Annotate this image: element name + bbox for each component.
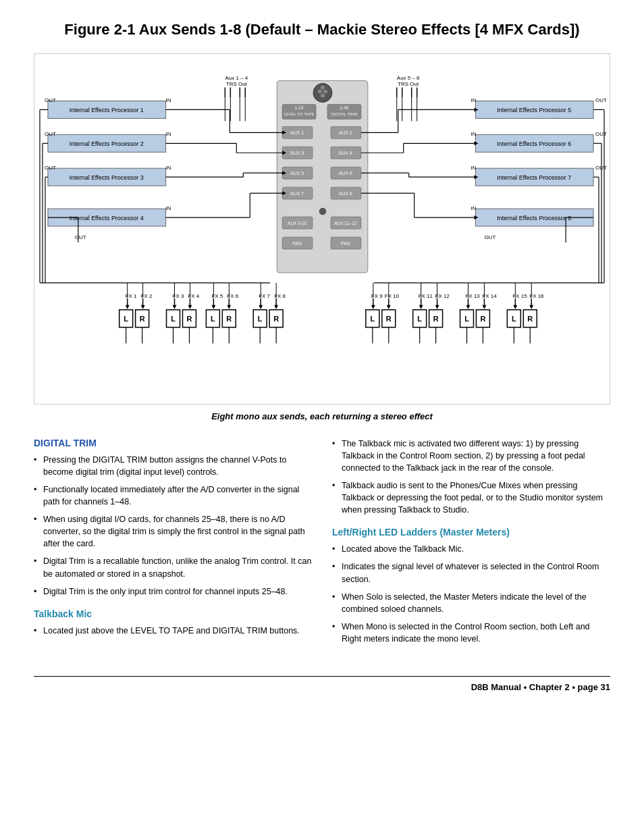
talkback-mic-heading: Talkback Mic (34, 608, 312, 619)
lr-led-heading: Left/Right LED Ladders (Master Meters) (332, 527, 610, 538)
list-item: When using digital I/O cards, for channe… (34, 513, 312, 550)
svg-text:PAN: PAN (341, 241, 350, 246)
svg-text:OUT: OUT (45, 165, 56, 171)
svg-text:IN: IN (471, 165, 476, 171)
svg-text:OUT: OUT (484, 234, 495, 240)
svg-marker-146 (211, 305, 215, 309)
svg-text:FX 13: FX 13 (466, 292, 481, 298)
svg-text:OUT: OUT (75, 234, 86, 240)
svg-text:Internal Effects Processor 2: Internal Effects Processor 2 (70, 140, 144, 147)
svg-text:AUX 4: AUX 4 (339, 151, 352, 155)
svg-text:OUT: OUT (45, 131, 56, 137)
digital-trim-heading: DIGITAL TRIM (34, 438, 312, 448)
svg-text:DIGITAL TRIM: DIGITAL TRIM (331, 112, 358, 116)
svg-text:AUX 8: AUX 8 (339, 191, 352, 196)
svg-point-72 (319, 208, 326, 215)
svg-text:R: R (527, 314, 533, 322)
svg-point-48 (321, 93, 325, 97)
svg-text:Internal Effects Processor 4: Internal Effects Processor 4 (70, 215, 144, 221)
svg-marker-170 (466, 305, 470, 309)
svg-text:TRS Out: TRS Out (398, 81, 419, 87)
svg-text:AUX 1: AUX 1 (290, 130, 304, 135)
svg-text:AUX 3: AUX 3 (290, 151, 304, 155)
svg-marker-136 (141, 305, 145, 309)
svg-marker-160 (387, 305, 391, 309)
svg-text:IN: IN (166, 205, 171, 211)
svg-text:R: R (386, 314, 392, 322)
svg-text:R: R (187, 314, 192, 322)
svg-text:FX 15: FX 15 (512, 292, 527, 298)
svg-text:Internal Effects Processor 6: Internal Effects Processor 6 (497, 140, 571, 147)
svg-text:FX 11: FX 11 (419, 292, 433, 298)
svg-point-47 (323, 89, 327, 93)
svg-text:Aux 1 – 4: Aux 1 – 4 (225, 74, 248, 80)
svg-marker-148 (227, 305, 231, 309)
svg-text:R: R (226, 314, 232, 322)
svg-text:Aux 5 – 8: Aux 5 – 8 (397, 74, 420, 80)
left-column: DIGITAL TRIM Pressing the DIGITAL TRIM b… (34, 438, 312, 656)
list-item: Located above the Talkback Mic. (332, 543, 610, 555)
content-columns: DIGITAL TRIM Pressing the DIGITAL TRIM b… (34, 438, 610, 656)
svg-text:IN: IN (166, 131, 171, 137)
list-item: Indicates the signal level of whatever i… (332, 561, 610, 585)
talkback-right-list: The Talkback mic is activated two differ… (332, 438, 610, 517)
svg-text:L: L (417, 314, 422, 322)
svg-point-46 (318, 89, 322, 93)
svg-text:OUT: OUT (595, 97, 607, 103)
svg-text:Internal Effects Processor 8: Internal Effects Processor 8 (497, 215, 571, 221)
svg-text:1-48: 1-48 (340, 105, 348, 110)
svg-marker-178 (529, 305, 533, 309)
svg-text:L: L (464, 314, 469, 322)
svg-text:R: R (433, 314, 439, 322)
svg-text:OUT: OUT (45, 97, 56, 103)
svg-text:Internal Effects Processor 7: Internal Effects Processor 7 (497, 174, 571, 181)
talkback-mic-list: Located just above the LEVEL TO TAPE and… (34, 625, 312, 637)
svg-text:L: L (370, 314, 375, 322)
svg-text:AUX 5: AUX 5 (290, 171, 304, 176)
svg-text:IN: IN (471, 97, 476, 103)
svg-marker-152 (259, 305, 263, 309)
svg-text:TRS Out: TRS Out (226, 81, 248, 87)
svg-text:FX 10: FX 10 (385, 292, 400, 298)
svg-text:Internal Effects Processor 1: Internal Effects Processor 1 (70, 107, 144, 113)
diagram-area: Internal Effects Processor 1 OUT IN Inte… (34, 53, 610, 405)
svg-marker-140 (173, 305, 177, 309)
svg-marker-158 (371, 305, 375, 309)
svg-text:R: R (480, 314, 485, 322)
svg-text:L: L (211, 314, 215, 322)
page-title: Figure 2-1 Aux Sends 1-8 (Default – Mack… (34, 20, 610, 40)
svg-text:R: R (273, 314, 279, 322)
svg-text:IN: IN (471, 131, 476, 137)
svg-text:L: L (512, 314, 516, 322)
svg-text:Internal Effects Processor 5: Internal Effects Processor 5 (497, 107, 571, 113)
list-item: When Mono is selected in the Control Roo… (332, 621, 610, 645)
svg-point-49 (321, 85, 325, 89)
svg-marker-154 (274, 305, 278, 309)
list-item: Talkback audio is sent to the Phones/Cue… (332, 479, 610, 516)
list-item: The Talkback mic is activated two differ… (332, 438, 610, 474)
svg-text:Internal Effects Processor 3: Internal Effects Processor 3 (70, 174, 144, 181)
list-item: When Solo is selected, the Master Meters… (332, 591, 610, 615)
svg-text:PAN: PAN (292, 241, 302, 246)
svg-text:L: L (171, 314, 176, 322)
svg-marker-134 (126, 305, 130, 309)
list-item: Digital Trim is the only input trim cont… (34, 585, 312, 598)
list-item: Functionally located immediately after t… (34, 484, 312, 508)
svg-text:L: L (124, 314, 128, 322)
svg-text:R: R (140, 314, 145, 322)
right-column: The Talkback mic is activated two differ… (332, 438, 610, 656)
lr-led-list: Located above the Talkback Mic. Indicate… (332, 543, 610, 645)
svg-text:IN: IN (166, 165, 171, 171)
svg-marker-142 (188, 305, 192, 309)
list-item: Located just above the LEVEL TO TAPE and… (34, 625, 312, 637)
svg-text:IN: IN (471, 205, 476, 211)
list-item: Digital Trim is a recallable function, u… (34, 555, 312, 579)
svg-marker-164 (419, 305, 423, 309)
svg-text:1-24: 1-24 (295, 105, 304, 110)
svg-marker-172 (482, 305, 486, 309)
svg-text:LEVEL TO TAPE: LEVEL TO TAPE (284, 112, 315, 116)
svg-text:L: L (258, 314, 263, 322)
svg-text:AUX 6: AUX 6 (339, 171, 352, 176)
svg-text:AUX 7: AUX 7 (290, 191, 304, 196)
svg-text:IN: IN (166, 97, 171, 103)
